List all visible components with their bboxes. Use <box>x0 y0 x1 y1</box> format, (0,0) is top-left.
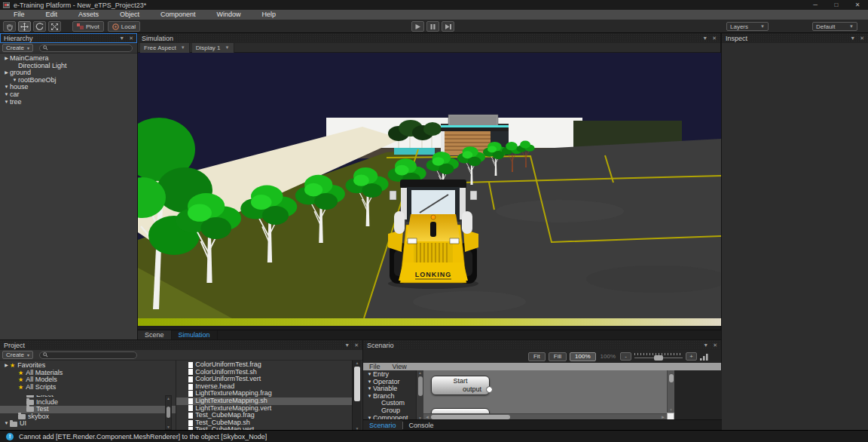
start-node[interactable]: Start output <box>431 376 490 395</box>
scroll-down-icon[interactable]: ▼ <box>668 407 674 412</box>
tab-simulation[interactable]: Simulation <box>172 330 218 340</box>
hierarchy-item[interactable]: ▼tree <box>0 99 137 106</box>
panel-close-icon[interactable]: ✕ <box>713 340 717 350</box>
scroll-up-icon[interactable]: ▲ <box>417 370 423 375</box>
local-toggle-button[interactable]: Local <box>108 21 140 32</box>
close-button[interactable]: ✕ <box>847 0 868 10</box>
file-icon <box>188 405 193 411</box>
inspect-header: Inspect ▼ ✕ <box>722 33 868 43</box>
zoom-in-button[interactable]: + <box>686 352 697 361</box>
display-dropdown[interactable]: Display 1 ▼ <box>192 43 234 53</box>
star-icon: ★ <box>18 370 23 377</box>
hierarchy-create-button[interactable]: Create <box>2 44 33 52</box>
scroll-down-icon[interactable]: ▼ <box>166 425 171 429</box>
panel-close-icon[interactable]: ✕ <box>129 33 133 43</box>
panel-menu-icon[interactable]: ▼ <box>703 340 708 350</box>
menu-file[interactable]: File <box>3 10 35 20</box>
expand-arrow-icon[interactable]: ▼ <box>366 385 373 393</box>
fill-button[interactable]: Fill <box>549 352 567 361</box>
folder-icon <box>26 395 34 397</box>
pan-tool-button[interactable] <box>3 21 16 32</box>
panel-menu-icon[interactable]: ▼ <box>702 33 708 43</box>
scrollbar-thumb[interactable] <box>669 374 674 382</box>
layout-default-dropdown[interactable]: Default ▼ <box>812 22 857 31</box>
output-port-dot[interactable] <box>486 386 493 393</box>
scale-tool-button[interactable] <box>48 21 61 32</box>
project-create-button[interactable]: Create <box>2 351 33 359</box>
fit-button[interactable]: Fit <box>528 352 546 361</box>
minimize-button[interactable]: ─ <box>805 0 826 10</box>
scenario-tree-scrollbar[interactable]: ▲ ▼ <box>416 370 423 420</box>
scroll-up-icon[interactable]: ▲ <box>166 396 171 401</box>
expand-arrow-icon[interactable]: ▼ <box>3 91 10 99</box>
move-icon <box>20 23 29 31</box>
panel-close-icon[interactable]: ✕ <box>354 340 359 350</box>
tree-item-label: skybox <box>28 413 49 421</box>
tab-console[interactable]: Console <box>403 420 440 431</box>
panel-menu-icon[interactable]: ▼ <box>850 33 855 43</box>
step-button[interactable] <box>442 21 454 32</box>
expand-arrow-icon[interactable]: ▼ <box>3 84 10 91</box>
menu-help[interactable]: Help <box>252 10 287 20</box>
expand-arrow-icon[interactable]: ▼ <box>366 379 373 386</box>
play-button[interactable] <box>411 21 424 32</box>
menu-component[interactable]: Component <box>150 10 206 20</box>
expand-arrow-icon[interactable]: ▶ <box>3 69 10 77</box>
scrollbar-thumb[interactable] <box>167 407 170 418</box>
panel-menu-icon[interactable]: ▼ <box>344 340 350 350</box>
scenario-canvas[interactable]: Start output ◄ ► <box>423 370 667 420</box>
move-tool-button[interactable] <box>18 21 31 32</box>
zoom-out-button[interactable]: - <box>620 352 631 361</box>
start-node-title: Start <box>432 376 489 385</box>
expand-arrow-icon[interactable]: ▶ <box>3 362 10 370</box>
start-node-output-port[interactable]: output <box>432 385 489 394</box>
favorites-item[interactable]: ★All Scripts <box>0 384 176 391</box>
folder-item[interactable]: ▼UI <box>0 420 176 428</box>
panel-close-icon[interactable]: ✕ <box>712 33 717 43</box>
scrollbar-thumb[interactable] <box>354 367 360 401</box>
hierarchy-item[interactable]: ▼house <box>0 84 137 91</box>
pivot-toggle-button[interactable]: Pivot <box>72 21 104 32</box>
expand-arrow-icon[interactable]: ▼ <box>3 420 10 428</box>
scroll-up-icon[interactable]: ▲ <box>353 361 362 365</box>
status-bar[interactable]: Cannot add [ETE.Render.Component.MeshRen… <box>0 430 868 442</box>
layers-dropdown[interactable]: Layers ▼ <box>726 22 769 31</box>
main-toolbar: Pivot Local Layers ▼ Defa <box>0 20 868 33</box>
rotate-tool-button[interactable] <box>33 21 46 32</box>
folder-scrollbar[interactable]: ▲ ▼ <box>165 395 172 430</box>
title-bar: e-Training Platform - New_eTPS_Project23… <box>0 0 868 10</box>
tab-scene[interactable]: Scene <box>138 330 172 340</box>
chevron-down-icon: ▼ <box>225 45 230 50</box>
menu-window[interactable]: Window <box>206 10 252 20</box>
file-list-scrollbar[interactable]: ▲ ▼ <box>352 361 362 431</box>
scenario-menu-file[interactable]: File <box>363 363 387 370</box>
tab-scenario[interactable]: Scenario <box>363 420 402 431</box>
pivot-label: Pivot <box>86 23 99 30</box>
inspect-title: Inspect <box>726 35 747 42</box>
scenario-menu-view[interactable]: View <box>387 363 413 370</box>
menu-object[interactable]: Object <box>109 10 150 20</box>
project-search-input[interactable] <box>39 351 137 359</box>
zoom-100-button[interactable]: 100% <box>570 352 595 361</box>
menu-edit[interactable]: Edit <box>35 10 69 20</box>
slider-knob[interactable] <box>654 355 663 361</box>
svg-text:LONKING: LONKING <box>415 271 452 278</box>
expand-arrow-icon[interactable]: ▼ <box>366 393 373 401</box>
folder-icon <box>26 400 34 405</box>
expand-arrow-icon[interactable]: ▼ <box>3 99 10 106</box>
expand-arrow-icon[interactable]: ▼ <box>366 371 373 379</box>
panel-menu-icon[interactable]: ▼ <box>119 33 124 43</box>
zoom-slider[interactable] <box>634 352 683 361</box>
panel-close-icon[interactable]: ✕ <box>860 33 864 43</box>
viewport-3d[interactable]: LONKING <box>138 53 721 326</box>
maximize-button[interactable]: □ <box>826 0 847 10</box>
expand-arrow-icon[interactable]: ▶ <box>3 55 10 63</box>
scrollbar-thumb[interactable] <box>418 376 423 396</box>
aspect-dropdown[interactable]: Free Aspect ▼ <box>140 43 190 53</box>
pause-button[interactable] <box>426 21 439 32</box>
menu-assets[interactable]: Assets <box>68 10 109 20</box>
file-icon <box>188 420 193 426</box>
scenario-panel: Scenario ▼ ✕ Fit Fill 100% 100% - + File… <box>362 339 721 430</box>
hierarchy-search-input[interactable] <box>39 45 133 52</box>
folder-item[interactable]: Test <box>0 406 176 413</box>
